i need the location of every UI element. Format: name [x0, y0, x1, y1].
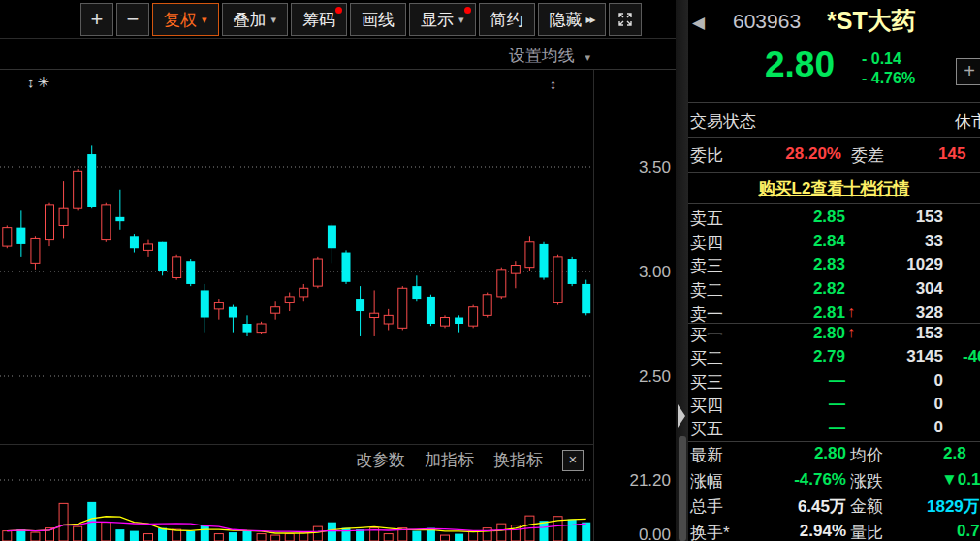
ma-setting-button[interactable]: 设置均线 ▾	[509, 45, 590, 67]
ask3-volume: 1029	[853, 255, 943, 274]
add-to-watchlist-button[interactable]: +	[956, 58, 980, 85]
ask2-label: 卖二	[690, 279, 723, 302]
separator	[688, 137, 980, 138]
volume-axis-tick: 0.00	[593, 525, 671, 541]
chart-toolbar: + − 复权 ▾ 叠加 ▾ 筹码 画线 显示 ▾ 简约 隐藏 ▸▸	[80, 2, 642, 37]
bid1-volume: 153	[853, 324, 943, 343]
weibi-label: 委比	[690, 144, 723, 167]
last-price: 2.80	[765, 45, 835, 85]
change-param-button[interactable]: 改参数	[356, 449, 405, 471]
close-indicator-button[interactable]: ×	[562, 450, 584, 471]
chips-label: 筹码	[302, 9, 335, 31]
total-volume-value: 6.45万	[742, 495, 846, 518]
latest-label: 最新	[690, 444, 723, 466]
chevron-down-icon: ▾	[585, 51, 590, 63]
bid-row-3[interactable]: 买三 — 0	[688, 371, 980, 396]
amount-value: 1829万	[927, 495, 980, 518]
separator	[688, 203, 980, 204]
draw-line-button[interactable]: 画线	[350, 3, 406, 36]
separator	[688, 172, 980, 173]
weicha-label: 委差	[851, 144, 884, 167]
bid5-price: —	[746, 418, 845, 437]
bid4-label: 买四	[690, 395, 723, 417]
volume-chart[interactable]	[0, 475, 593, 541]
zoom-in-button[interactable]: +	[80, 3, 113, 36]
switch-indicator-button[interactable]: 换指标	[493, 449, 543, 471]
change-value: ▼0.1	[941, 470, 980, 490]
ask5-label: 卖五	[690, 207, 723, 230]
back-arrow-icon[interactable]: ◀	[692, 13, 705, 33]
overlay-label: 叠加	[234, 9, 267, 31]
ask2-price: 2.82	[746, 279, 845, 299]
fullscreen-icon	[616, 11, 634, 28]
bid-row-2[interactable]: 买二 2.79 3145 -46	[688, 347, 980, 371]
kline-chart[interactable]	[0, 70, 593, 444]
separator	[688, 441, 980, 442]
draw-line-label: 画线	[362, 9, 395, 31]
total-volume-label: 总手	[690, 495, 723, 518]
ask-row-2[interactable]: 卖二 2.82 304	[688, 279, 980, 303]
price-change: - 0.14	[862, 50, 901, 68]
fullscreen-button[interactable]	[609, 3, 642, 36]
chips-button[interactable]: 筹码	[291, 3, 347, 36]
bid5-label: 买五	[690, 418, 723, 440]
price-axis-tick: 3.00	[593, 263, 671, 282]
stock-code: 603963	[733, 10, 801, 33]
bid-row-1[interactable]: 买一 2.80 ↑ 153	[688, 324, 980, 348]
trade-status-value: 休市	[955, 111, 980, 133]
simple-mode-label: 简约	[490, 9, 523, 31]
weicha-value: 145	[938, 144, 965, 164]
volume-ratio-value: 0.7	[957, 522, 980, 541]
bid1-label: 买一	[690, 324, 723, 346]
separator	[688, 102, 980, 103]
ma-setting-label: 设置均线	[509, 47, 575, 65]
bid3-price: —	[746, 371, 845, 391]
bid3-volume: 0	[853, 371, 943, 391]
chevron-down-icon: ▾	[458, 14, 464, 26]
bid1-price: 2.80	[746, 324, 845, 343]
avg-price-label: 均价	[850, 444, 883, 466]
kline-pane-header: 设置均线 ▾	[0, 39, 676, 69]
price-axis-tick: 2.50	[593, 367, 671, 387]
double-arrow-right-icon: ▸▸	[586, 13, 594, 26]
notification-dot-icon	[464, 7, 471, 14]
ask1-volume: 328	[853, 303, 943, 323]
ask-row-4[interactable]: 卖四 2.84 33	[688, 232, 980, 256]
overlay-button[interactable]: 叠加 ▾	[222, 3, 289, 36]
stats-row: 总手 6.45万 金额 1829万	[688, 495, 980, 521]
quote-panel: ◀ 603963 *ST大药 2.80 - 0.14 - 4.76% + 交易状…	[688, 0, 980, 541]
collapse-panel-handle[interactable]	[678, 404, 685, 428]
ask1-price: 2.81	[746, 303, 845, 323]
ask2-volume: 304	[853, 279, 943, 299]
bid2-label: 买二	[690, 347, 723, 369]
ask4-label: 卖四	[690, 232, 723, 254]
change-pct-label: 涨幅	[690, 470, 723, 493]
turnover-label: 换手*	[690, 522, 730, 541]
ask3-price: 2.83	[746, 255, 845, 274]
ask5-price: 2.85	[746, 207, 845, 227]
fuquan-button[interactable]: 复权 ▾	[152, 3, 219, 36]
bid2-volume: 3145	[853, 347, 943, 366]
ask-row-5[interactable]: 卖五 2.85 153	[688, 207, 980, 232]
turnover-value: 2.94%	[742, 522, 846, 541]
ask5-volume: 153	[853, 207, 943, 227]
bid-row-5[interactable]: 买五 — 0	[688, 418, 980, 442]
add-indicator-button[interactable]: 加指标	[425, 449, 474, 471]
buy-l2-link[interactable]: 购买L2查看十档行情	[688, 177, 980, 200]
price-change-pct: - 4.76%	[862, 70, 915, 87]
avg-price-value: 2.8	[943, 444, 966, 463]
stats-row: 涨幅 -4.76% 涨跌 ▼0.1	[688, 470, 980, 495]
zoom-out-button[interactable]: −	[116, 3, 149, 36]
stats-row: 最新 2.80 均价 2.8	[688, 444, 980, 469]
bid-row-4[interactable]: 买四 — 0	[688, 395, 980, 419]
ask-row-3[interactable]: 卖三 2.83 1029	[688, 255, 980, 279]
simple-mode-button[interactable]: 简约	[479, 3, 535, 36]
stock-name: *ST大药	[827, 5, 916, 37]
hide-button[interactable]: 隐藏 ▸▸	[538, 3, 606, 36]
change-pct-value: -4.76%	[742, 470, 846, 490]
ask3-label: 卖三	[690, 255, 723, 277]
display-button[interactable]: 显示 ▾	[409, 3, 476, 36]
volume-ratio-label: 量比	[850, 522, 883, 541]
change-label: 涨跌	[850, 470, 883, 493]
divider-scroll-thumb[interactable]	[679, 436, 686, 541]
